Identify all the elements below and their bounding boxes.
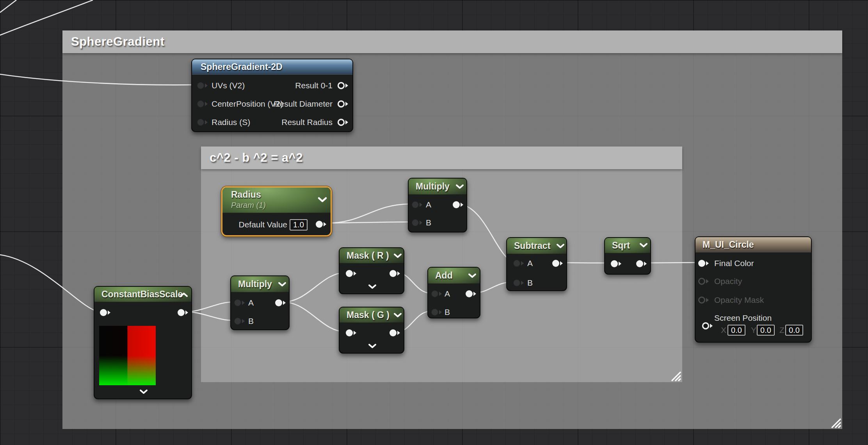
a-input-pin[interactable] <box>513 259 525 267</box>
screen-position-label: Screen Position <box>714 313 772 323</box>
wire-sqrt-to-final-color[interactable] <box>644 263 697 263</box>
node-constantbiasscale[interactable]: ConstantBiasScale <box>94 286 192 399</box>
z-axis-label: Z <box>779 325 784 335</box>
node-radius-param[interactable]: Radius Param (1) Default Value 1.0 <box>221 186 332 236</box>
b-input-pin[interactable] <box>411 219 423 227</box>
chevron-up-icon[interactable] <box>180 292 188 299</box>
expand-chevron-icon[interactable] <box>368 284 377 291</box>
centerposition-input-pin[interactable] <box>197 100 208 108</box>
input-pin[interactable] <box>100 309 111 316</box>
b-input-label: B <box>248 316 254 326</box>
node-title: Multiply <box>416 181 450 192</box>
input-pin[interactable] <box>345 329 357 337</box>
node-title: Mask ( R ) <box>347 250 389 261</box>
node-multiply-left[interactable]: Multiply A B <box>230 275 290 330</box>
final-color-input-pin[interactable] <box>698 259 710 267</box>
node-title: Radius <box>231 189 261 200</box>
node-material-output[interactable]: M_UI_Circle Final Color Opacity Opacity … <box>695 236 812 343</box>
a-input-pin[interactable] <box>234 299 245 307</box>
radius-output-pin[interactable] <box>315 220 327 228</box>
output-pin[interactable] <box>389 270 401 277</box>
opacity-mask-input-pin[interactable] <box>698 296 710 304</box>
a-input-pin[interactable] <box>411 201 423 209</box>
output-pin[interactable] <box>452 201 464 209</box>
node-title: Mask ( G ) <box>347 310 390 320</box>
final-color-label: Final Color <box>714 259 754 268</box>
output-pin[interactable] <box>552 259 564 267</box>
comment-header-formula[interactable]: c^2 - b ^2 = a^2 <box>201 147 682 169</box>
default-value-field[interactable]: 1.0 <box>290 219 308 231</box>
chevron-down-icon[interactable] <box>278 282 286 289</box>
node-title: Sqrt <box>612 240 630 251</box>
x-axis-label: X <box>721 325 726 335</box>
material-graph-canvas[interactable]: SphereGradient c^2 - b ^2 = a^2 <box>0 0 868 445</box>
b-input-pin[interactable] <box>234 317 245 325</box>
b-input-label: B <box>527 278 533 288</box>
default-value-label: Default Value <box>238 220 287 229</box>
output-pin[interactable] <box>465 290 477 298</box>
chevron-down-icon[interactable] <box>455 184 464 191</box>
result-01-output-label: Result 0-1 <box>295 81 333 90</box>
node-mask-g[interactable]: Mask ( G ) <box>339 307 404 354</box>
chevron-down-icon[interactable] <box>318 197 327 204</box>
wire-subtract-to-sqrt[interactable] <box>560 263 610 263</box>
screen-position-x-field[interactable]: 0.0 <box>727 325 745 336</box>
node-spheregradient-2d[interactable]: SphereGradient-2D UVs (V2) Result 0-1 Ce… <box>191 59 353 132</box>
node-sqrt[interactable]: Sqrt <box>604 237 651 275</box>
node-title: Multiply <box>238 279 272 290</box>
node-multiply-top[interactable]: Multiply A B <box>408 178 467 232</box>
expand-chevron-icon[interactable] <box>368 343 377 350</box>
wire-offscreen-2[interactable] <box>0 0 93 35</box>
result-radius-output-pin[interactable] <box>337 118 349 126</box>
output-pin[interactable] <box>275 299 286 307</box>
uvs-input-pin[interactable] <box>197 82 208 89</box>
result-01-output-pin[interactable] <box>337 82 349 89</box>
chevron-down-icon[interactable] <box>556 243 565 250</box>
node-subtract[interactable]: Subtract A B <box>506 237 567 291</box>
centerposition-input-label: CenterPosition (V2) <box>212 99 283 109</box>
chevron-down-icon[interactable] <box>393 313 402 320</box>
opacity-input-pin[interactable] <box>698 277 710 285</box>
resize-handle-icon[interactable] <box>831 418 841 428</box>
node-title: ConstantBiasScale <box>101 289 183 300</box>
screen-position-y-field[interactable]: 0.0 <box>757 325 775 336</box>
radius-input-pin[interactable] <box>197 118 208 126</box>
comment-header-spheregradient[interactable]: SphereGradient <box>62 30 842 53</box>
a-input-label: A <box>445 289 450 298</box>
node-title: SphereGradient-2D <box>201 62 283 72</box>
result-radius-output-label: Result Radius <box>281 118 333 127</box>
y-axis-label: Y <box>751 325 756 335</box>
node-title: Subtract <box>514 241 550 251</box>
chevron-down-icon[interactable] <box>393 253 402 260</box>
resize-handle-icon[interactable] <box>671 371 681 381</box>
chevron-down-icon[interactable] <box>468 273 477 280</box>
result-diameter-output-pin[interactable] <box>337 100 349 108</box>
node-add[interactable]: Add A B <box>427 267 480 318</box>
input-pin[interactable] <box>610 260 622 268</box>
uvs-input-label: UVs (V2) <box>212 81 245 90</box>
b-input-pin[interactable] <box>431 308 443 316</box>
node-title: M_UI_Circle <box>703 239 754 250</box>
screen-position-input-pin[interactable] <box>702 322 713 330</box>
wire-offscreen-1[interactable] <box>0 0 16 13</box>
input-pin[interactable] <box>345 270 357 277</box>
output-pin[interactable] <box>389 329 401 337</box>
output-pin[interactable] <box>177 309 189 316</box>
radius-input-label: Radius (S) <box>212 118 250 127</box>
uv-preview-image <box>99 326 156 385</box>
opacity-mask-label: Opacity Mask <box>714 295 764 305</box>
comment-title: c^2 - b ^2 = a^2 <box>210 151 303 165</box>
chevron-down-icon[interactable] <box>639 243 648 250</box>
node-mask-r[interactable]: Mask ( R ) <box>339 247 404 294</box>
result-diameter-output-label: Result Diameter <box>274 99 333 109</box>
screen-position-z-field[interactable]: 0.0 <box>785 325 803 336</box>
b-input-label: B <box>445 307 450 317</box>
b-input-pin[interactable] <box>513 279 525 287</box>
output-pin[interactable] <box>636 260 647 268</box>
opacity-label: Opacity <box>714 277 742 286</box>
expand-chevron-icon[interactable] <box>139 389 148 396</box>
comment-title: SphereGradient <box>71 35 165 49</box>
node-title: Add <box>435 270 453 281</box>
a-input-label: A <box>426 200 431 209</box>
a-input-pin[interactable] <box>431 290 443 298</box>
